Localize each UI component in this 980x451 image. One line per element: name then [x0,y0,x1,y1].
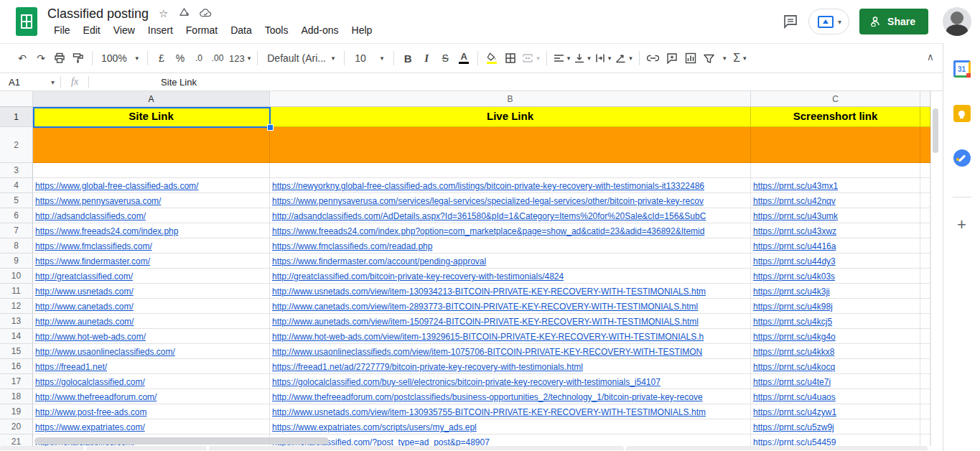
row-header[interactable]: 9 [0,254,33,269]
horizontal-scrollbar[interactable] [0,436,930,446]
live-link[interactable]: http://greatclassified.com/bitcoin-priva… [270,271,564,282]
filter-button[interactable] [700,49,719,68]
row-header[interactable]: 13 [0,314,33,329]
screenshot-link-cell[interactable] [751,163,920,178]
site-link[interactable]: https://www.fmclassifieds.com/ [33,241,152,251]
row-header[interactable]: 3 [0,163,33,178]
live-link-cell[interactable]: https://www.pennysaverusa.com/services/l… [270,193,751,208]
screenshot-link[interactable]: https://prnt.sc/u43xwz [751,226,836,236]
live-link[interactable]: http://www.usnetads.com/view/item-130935… [270,407,706,417]
live-link[interactable]: http://www.hot-web-ads.com/view/item-139… [270,332,704,342]
sliver-cell[interactable] [920,193,930,208]
site-link-cell[interactable]: http://www.canetads.com/ [33,299,270,314]
cell-c2[interactable] [751,127,920,163]
undo-button[interactable]: ↶ [13,49,32,68]
live-link[interactable]: http://adsandclassifieds.com/AdDetails.a… [270,211,706,221]
cell-a1-site-link-header[interactable]: Site Link [33,107,270,127]
site-link-cell[interactable]: http://www.thefreeadforum.com/ [33,389,270,404]
screenshot-link[interactable]: https://prnt.sc/u4te7i [751,377,831,387]
site-link-cell[interactable]: http://www.usaonlineclassifieds.com/ [33,344,270,359]
site-link-cell[interactable]: http://www.usnetads.com/ [33,284,270,299]
live-link-cell[interactable]: https://newyorkny.global-free-classified… [270,178,751,193]
menu-format[interactable]: Format [179,23,224,37]
menu-tools[interactable]: Tools [258,23,295,37]
redo-button[interactable]: ↷ [32,49,50,68]
site-link-cell[interactable]: http://adsandclassifieds.com/ [33,208,270,223]
insert-chart-button[interactable] [681,49,700,68]
present-dropdown-caret-icon[interactable]: ▾ [838,18,841,26]
sliver-cell[interactable] [920,299,930,314]
live-link[interactable]: https://www.findermaster.com/account/pen… [270,256,486,266]
functions-button[interactable]: Σ ▾ [730,49,749,68]
screenshot-link[interactable]: https://prnt.sc/u5zw9j [751,422,834,432]
row-header[interactable]: 14 [0,329,33,344]
sliver-cell[interactable] [920,238,930,254]
screenshot-link-cell[interactable]: https://prnt.sc/u5zw9j [751,419,920,434]
row-header[interactable]: 4 [0,178,33,193]
vertical-scrollbar[interactable] [930,91,939,446]
site-link[interactable]: http://www.canetads.com/ [33,302,134,312]
live-link[interactable]: https://www.expatriates.com/scripts/user… [270,422,477,432]
present-to-meeting-button[interactable]: ▾ [808,9,849,34]
google-tasks-icon[interactable] [953,149,971,167]
site-link-cell[interactable]: https://www.freeads24.com/index.php [33,223,270,238]
screenshot-link-cell[interactable]: https://prnt.sc/u4kkx8 [751,344,920,359]
live-link-cell[interactable]: http://www.aunetads.com/view/item-150972… [270,314,751,329]
live-link-cell[interactable]: http://www.thefreeadforum.com/postclassi… [270,389,751,404]
live-link[interactable]: https://www.freeads24.com/index.php?opti… [270,226,704,236]
sliver-cell[interactable] [920,178,930,193]
row-header[interactable]: 10 [0,269,33,284]
print-button[interactable] [50,49,69,68]
site-link[interactable]: http://www.hot-web-ads.com/ [33,332,146,342]
live-link-cell[interactable]: https://www.findermaster.com/account/pen… [270,254,751,269]
sliver-cell[interactable] [920,284,930,299]
live-link-cell[interactable]: https://freead1.net/ad/2727779/bitcoin-p… [270,359,751,374]
screenshot-link-cell[interactable]: https://prnt.sc/u43umk [751,208,920,223]
screenshot-link[interactable]: https://prnt.sc/u4k03s [751,271,835,282]
comment-history-icon[interactable] [783,14,798,29]
column-header-d-sliver[interactable] [920,91,930,107]
site-link[interactable]: http://www.aunetads.com/ [33,317,134,327]
menu-edit[interactable]: Edit [77,23,107,37]
site-link[interactable]: http://adsandclassifieds.com/ [33,211,146,221]
site-link[interactable]: https://www.freeads24.com/index.php [33,226,178,236]
sliver-cell[interactable] [920,254,930,269]
live-link[interactable]: http://www.thefreeadforum.com/postclassi… [270,392,703,402]
sliver-cell[interactable] [920,208,930,223]
star-icon[interactable]: ☆ [159,8,168,19]
row-header-2[interactable]: 2 [0,127,33,163]
fill-color-button[interactable] [482,49,501,68]
live-link[interactable]: https://freead1.net/ad/2727779/bitcoin-p… [270,362,583,372]
cell-b1-live-link-header[interactable]: Live Link [270,107,751,127]
live-link[interactable]: https://www.pennysaverusa.com/services/l… [270,196,704,206]
cell-c1-screenshot-link-header[interactable]: Screenshort link [751,107,920,127]
menu-view[interactable]: View [107,23,141,37]
row-header[interactable]: 8 [0,238,33,254]
account-avatar[interactable] [943,7,971,36]
fill-handle[interactable] [267,124,274,131]
site-link[interactable]: http://www.usaonlineclassifieds.com/ [33,347,175,357]
screenshot-link-cell[interactable]: https://prnt.sc/u4kg4o [751,329,920,344]
font-family-select[interactable]: Default (Ari... ▾ [262,49,340,68]
cell-d1-sliver[interactable] [920,107,930,127]
site-link-cell[interactable] [33,163,270,178]
site-link[interactable]: https://www.findermaster.com/ [33,256,150,266]
site-link-cell[interactable]: http://greatclassified.com/ [33,269,270,284]
row-header[interactable]: 5 [0,193,33,208]
name-box[interactable]: A1 ▾ [0,77,60,88]
row-header[interactable]: 11 [0,284,33,299]
horizontal-scrollbar-thumb[interactable] [34,437,329,445]
sliver-cell[interactable] [920,389,930,404]
cell-a2[interactable] [33,127,270,163]
google-calendar-icon[interactable]: 31 [953,60,971,78]
screenshot-link[interactable]: https://prnt.sc/u4k3ji [751,287,830,297]
strikethrough-button[interactable]: S [436,49,454,68]
document-title[interactable]: Classified posting [47,6,149,22]
site-link-cell[interactable]: https://golocalclassified.com/ [33,374,270,389]
site-link-cell[interactable]: http://www.hot-web-ads.com/ [33,329,270,344]
merge-cells-button[interactable]: ▾ [520,49,542,68]
site-link-cell[interactable]: https://www.global-free-classified-ads.c… [33,178,270,193]
screenshot-link-cell[interactable]: https://prnt.sc/u4k98j [751,299,920,314]
screenshot-link[interactable]: https://prnt.sc/u4kocq [751,362,835,372]
google-keep-icon[interactable] [953,105,971,122]
